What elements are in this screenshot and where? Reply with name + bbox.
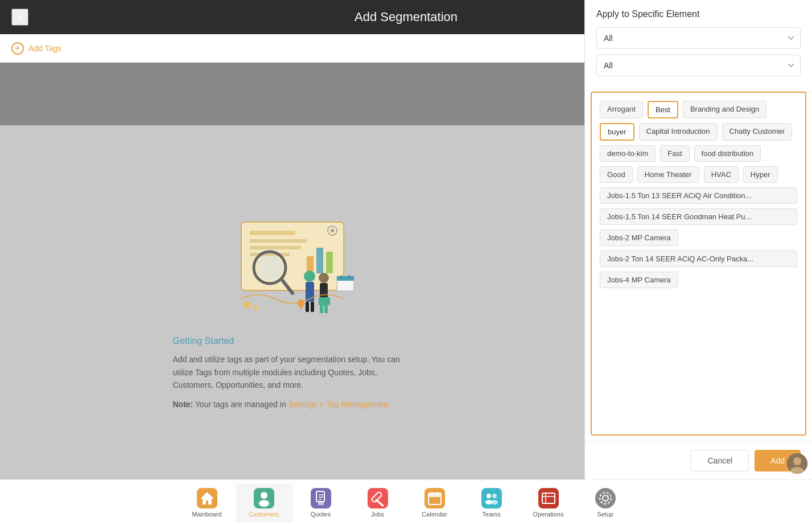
right-panel: Apply to Specific Element All All Arroga… (584, 0, 812, 479)
app-container: × Add Segmentation ‹ Setup Tags Profilin… (0, 0, 812, 525)
nav-label-calendar: Calendar (422, 511, 447, 518)
add-tags-button[interactable]: + Add Tags (11, 42, 61, 55)
svg-point-32 (259, 500, 269, 507)
nav-item-mainboard[interactable]: Mainboard (179, 483, 236, 522)
cancel-button[interactable]: Cancel (691, 450, 749, 471)
svg-marker-30 (200, 492, 214, 505)
svg-rect-25 (337, 276, 354, 281)
page-title: Add Segmentation (355, 10, 457, 24)
dropdown2-container: All (596, 55, 801, 76)
svg-point-45 (491, 500, 498, 505)
svg-point-49 (603, 495, 608, 501)
svg-rect-33 (316, 491, 324, 502)
settings-link[interactable]: Settings > Tag Management. (288, 400, 390, 409)
svg-rect-7 (326, 252, 333, 273)
quotes-icon (311, 488, 331, 508)
dropdown2-select[interactable]: All (596, 55, 801, 76)
svg-rect-39 (428, 493, 441, 497)
svg-rect-16 (311, 302, 314, 312)
nav-item-setup[interactable]: Setup (577, 483, 634, 522)
tag-item[interactable]: food distribution (694, 145, 761, 162)
svg-rect-19 (319, 297, 330, 305)
main-content: Getting Started Add and utilize tags as … (0, 125, 584, 497)
nav-item-teams[interactable]: Teams (463, 483, 520, 522)
tag-item[interactable]: Branding and Design (683, 101, 766, 118)
svg-point-17 (319, 273, 329, 283)
nav-item-customers[interactable]: Customers (236, 483, 292, 522)
dropdown1-container: All (596, 27, 801, 49)
nav-label-operations: Operations (533, 511, 564, 518)
tag-item[interactable]: Fast (660, 145, 689, 162)
tag-item[interactable]: Arrogant (600, 101, 643, 118)
note-text: Note: Your tags are managed in Settings … (173, 398, 412, 411)
svg-rect-18 (320, 283, 328, 299)
tag-item[interactable]: Jobs-1.5 Ton 14 SEER Goodman Heat Pu... (600, 208, 797, 225)
tag-item[interactable]: Chatty Customer (722, 123, 793, 141)
note-body: Your tags are managed in (195, 400, 288, 409)
svg-rect-21 (324, 304, 328, 313)
nav-item-jobs[interactable]: Jobs (349, 483, 406, 522)
tag-item[interactable]: Jobs-2 MP Camera (600, 229, 678, 246)
nav-label-customers: Customers (249, 511, 279, 518)
svg-point-11 (257, 255, 282, 280)
teams-icon (481, 488, 502, 508)
svg-point-9 (331, 229, 334, 232)
svg-point-50 (600, 493, 611, 504)
svg-rect-6 (316, 248, 323, 273)
panel-footer: Cancel Add (585, 441, 812, 479)
svg-point-29 (253, 305, 258, 310)
tag-item[interactable]: Jobs-2 Ton 14 SEER ACiQ AC-Only Packa... (600, 251, 797, 267)
svg-rect-2 (250, 239, 307, 243)
nav-label-mainboard: Mainboard (192, 511, 222, 518)
nav-items: MainboardCustomersQuotesJobsCalendarTeam… (179, 483, 634, 522)
nav-label-teams: Teams (482, 511, 500, 518)
jobs-icon (368, 488, 388, 508)
description-text: Add and utilize tags as part of your seg… (173, 353, 412, 391)
bottom-nav: MainboardCustomersQuotesJobsCalendarTeam… (0, 479, 812, 525)
svg-rect-15 (306, 302, 309, 312)
customers-icon (254, 488, 274, 508)
svg-rect-3 (250, 246, 301, 249)
tag-item[interactable]: Home Theater (637, 166, 699, 183)
svg-point-31 (261, 492, 267, 499)
nav-label-quotes: Quotes (311, 511, 331, 518)
getting-started-title: Getting Started (173, 336, 412, 346)
svg-rect-1 (250, 231, 295, 235)
tags-list: ArrogantBestBranding and DesignbuyerCapi… (591, 92, 806, 436)
nav-item-operations[interactable]: Operations (520, 483, 577, 522)
dropdown1-select[interactable]: All (596, 27, 801, 49)
tag-item[interactable]: Best (648, 101, 678, 118)
tag-item[interactable]: Jobs-1.5 Ton 13 SEER ACiQ Air Condition.… (600, 187, 797, 204)
nav-item-quotes[interactable]: Quotes (292, 483, 349, 522)
tag-item[interactable]: buyer (600, 123, 634, 141)
svg-rect-46 (542, 493, 555, 503)
svg-marker-23 (298, 303, 304, 310)
add-icon: + (11, 42, 24, 55)
nav-item-calendar[interactable]: Calendar (406, 483, 463, 522)
panel-header: Apply to Specific Element All All (585, 0, 812, 92)
svg-point-13 (304, 270, 315, 282)
illustration (213, 211, 372, 325)
nav-label-jobs: Jobs (371, 511, 384, 518)
tag-item[interactable]: Capital Introduction (639, 123, 718, 141)
nav-label-setup: Setup (597, 511, 613, 518)
svg-point-44 (492, 494, 497, 498)
operations-icon (538, 488, 559, 508)
note-prefix: Note: (173, 400, 193, 409)
svg-point-42 (487, 494, 491, 498)
panel-title: Apply to Specific Element (596, 9, 801, 19)
svg-point-28 (244, 301, 250, 308)
tag-item[interactable]: HVAC (704, 166, 739, 183)
svg-point-52 (793, 457, 801, 465)
close-button[interactable]: × (11, 9, 28, 26)
avatar[interactable] (787, 453, 807, 474)
tag-item[interactable]: Jobs-4 MP Camera (600, 272, 678, 288)
tag-item[interactable]: Hyper (743, 166, 778, 183)
svg-line-37 (376, 500, 383, 506)
tag-item[interactable]: Good (600, 166, 633, 183)
add-tags-bar: + Add Tags (0, 34, 584, 63)
calendar-icon (424, 488, 445, 508)
svg-rect-20 (320, 304, 323, 313)
setup-icon (595, 488, 616, 508)
tag-item[interactable]: demo-to-kim (600, 145, 656, 162)
